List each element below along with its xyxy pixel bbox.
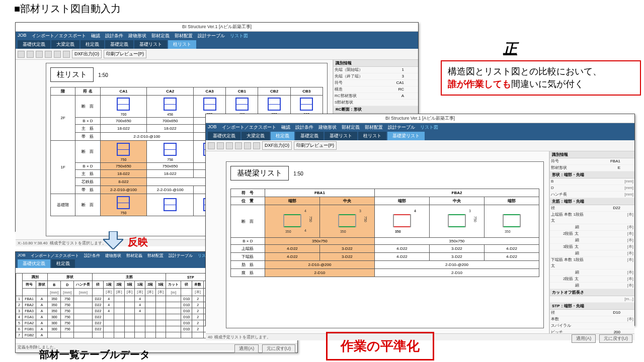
data-table-label: 部材一覧テーブルデータ <box>39 348 150 361</box>
column-section-icon <box>164 98 177 111</box>
beam-section-icon: 3 750 <box>446 213 468 228</box>
callout-box: 構造図とリスト図との比較において、 誰が作業しても間違いに気が付く <box>441 60 641 96</box>
dxf-button[interactable]: DXF出力(O) <box>262 141 292 150</box>
tab[interactable]: 基礎定義 <box>295 132 324 140</box>
beam-list-table: 符 号 FBA1 FBA2 位 置 端部 中央 端部 中央 端部 断 面 <box>230 189 539 277</box>
apply-button[interactable]: 適用(A) <box>572 334 596 343</box>
titlebar: BI Structure Ver.1 [Aビル新築工事] <box>16 23 418 32</box>
col-hdr: 階 <box>51 87 75 96</box>
toolbar-icon[interactable] <box>63 51 70 58</box>
toolbar-icon[interactable] <box>45 51 52 58</box>
col-hdr: 符 名 <box>75 87 100 96</box>
toolbar-icon[interactable] <box>253 142 260 149</box>
tab-active[interactable]: 基礎梁リスト <box>387 132 425 140</box>
col-hdr: CB3 <box>290 87 323 96</box>
preview-button[interactable]: 印刷プレビュー(P) <box>294 141 337 150</box>
tab-active[interactable]: 基礎伏定義 <box>18 259 50 268</box>
col-hdr: CB2 <box>258 87 290 96</box>
toolbar-icon[interactable] <box>18 51 25 58</box>
beam-section-icon: 350 <box>501 213 523 228</box>
window-beam-list: BI Structure Ver.1 [Aビル新築工事] JOBインポート／エク… <box>205 114 635 326</box>
menu-item[interactable]: 設計テーブル <box>198 33 225 39</box>
toolbar-icon[interactable] <box>244 142 251 149</box>
titlebar: BI Structure Ver.1 [Aビル新築工事] <box>206 114 634 123</box>
col-hdr: CB1 <box>226 87 258 96</box>
menu-item[interactable]: リスト図 <box>230 33 248 39</box>
row-label: 断 面 <box>75 96 100 118</box>
prop-section: 識別情報 <box>334 60 418 67</box>
beam-section-icon: 4 4 350 750 <box>281 213 303 228</box>
tabbar: 基礎伏定義 大梁定義 柱定義 基礎定義 基礎リスト 柱リスト <box>16 40 418 49</box>
tab[interactable]: 基礎伏定義 <box>18 40 50 49</box>
tab[interactable]: 基礎リスト <box>134 40 167 49</box>
tab[interactable]: 基礎リスト <box>325 132 357 140</box>
standardization-label: 作業の平準化 <box>326 332 434 360</box>
beam-section-icon: 4 350 <box>391 213 413 228</box>
reflect-label: 反映 <box>128 235 148 249</box>
menu-item[interactable]: 設計条件 <box>105 33 123 39</box>
toolbar-icon[interactable] <box>27 51 34 58</box>
property-panel: 識別情報符号FBA1部材形状E 形状：端部・先端B[mm]D[mm]ハンチ長[m… <box>549 151 634 333</box>
column-section-icon <box>164 143 177 156</box>
toolbar-icon[interactable] <box>36 51 43 58</box>
menu-item[interactable]: 確認 <box>91 33 100 39</box>
tab-active[interactable]: 柱リスト <box>168 40 196 49</box>
col-hdr: CA3 <box>194 87 226 96</box>
prop-section: RC断面：形状 <box>334 106 418 113</box>
col-hdr: CA2 <box>147 87 194 96</box>
dxf-button[interactable]: DXF出力(O) <box>72 50 102 58</box>
column-section-icon <box>117 98 130 111</box>
drawing-canvas[interactable]: 基礎梁リスト 1:50 符 号 FBA1 FBA2 位 置 端部 中央 端部 中… <box>206 151 549 333</box>
menu-item[interactable]: JOB <box>18 33 27 39</box>
sheet-title: 基礎梁リスト <box>230 166 289 180</box>
menu-item[interactable]: 部材定義 <box>151 33 170 39</box>
toolbar-icon[interactable] <box>54 51 61 58</box>
beam-section-icon: 3 350 750 <box>336 213 358 228</box>
page-title: ■部材リスト図自動入力 <box>14 2 121 16</box>
column-section-icon <box>235 98 249 111</box>
sheet-scale: 1:50 <box>98 72 108 78</box>
floor-label: 2F <box>51 96 75 141</box>
toolbar-icon[interactable] <box>208 142 215 149</box>
tab[interactable]: 基礎伏定義 <box>208 132 240 140</box>
tab[interactable]: 大梁定義 <box>51 40 79 49</box>
apply-button[interactable]: 適用(A) <box>234 344 259 353</box>
toolbar-icon[interactable] <box>226 142 233 149</box>
menubar: JOBインポート／エクスポート確認 設計条件建物形状部材定義 部材配置設計テーブ… <box>206 123 634 132</box>
tab[interactable]: 柱定義 <box>80 40 104 49</box>
sheet-scale: 1:50 <box>293 171 303 176</box>
tab[interactable]: 柱定義 <box>271 132 294 140</box>
preview-button[interactable]: 印刷プレビュー(P) <box>104 50 146 58</box>
tab[interactable]: 柱定義 <box>51 259 75 268</box>
column-section-icon <box>300 98 313 111</box>
menu-item[interactable]: 部材配置 <box>175 33 193 39</box>
column-section-icon <box>117 196 130 209</box>
tab[interactable]: 基礎定義 <box>105 40 133 49</box>
column-section-icon <box>268 98 281 111</box>
column-section-icon <box>117 143 130 156</box>
tab[interactable]: 柱リスト <box>358 132 386 140</box>
col-hdr: CA1 <box>100 87 147 96</box>
menu-item[interactable]: 建物形状 <box>128 33 146 39</box>
tadashi-label: 正 <box>503 39 517 58</box>
arrow-down-icon <box>103 231 123 249</box>
toolbar-icon[interactable] <box>235 142 242 149</box>
menubar: JOB インポート／エクスポート 確認 設計条件 建物形状 部材定義 部材配置 … <box>16 32 418 40</box>
toolbar: DXF出力(O) 印刷プレビュー(P) <box>16 49 418 60</box>
column-section-icon <box>203 98 216 111</box>
toolbar-icon[interactable] <box>217 142 224 149</box>
floor-label: 1F <box>51 141 75 194</box>
tab[interactable]: 大梁定義 <box>242 132 270 140</box>
menu-item[interactable]: インポート／エクスポート <box>32 33 86 39</box>
reset-button[interactable]: 元に戻す(U) <box>262 344 296 353</box>
reset-button[interactable]: 元に戻す(U) <box>599 334 633 343</box>
sheet-title: 柱リスト <box>50 67 94 82</box>
